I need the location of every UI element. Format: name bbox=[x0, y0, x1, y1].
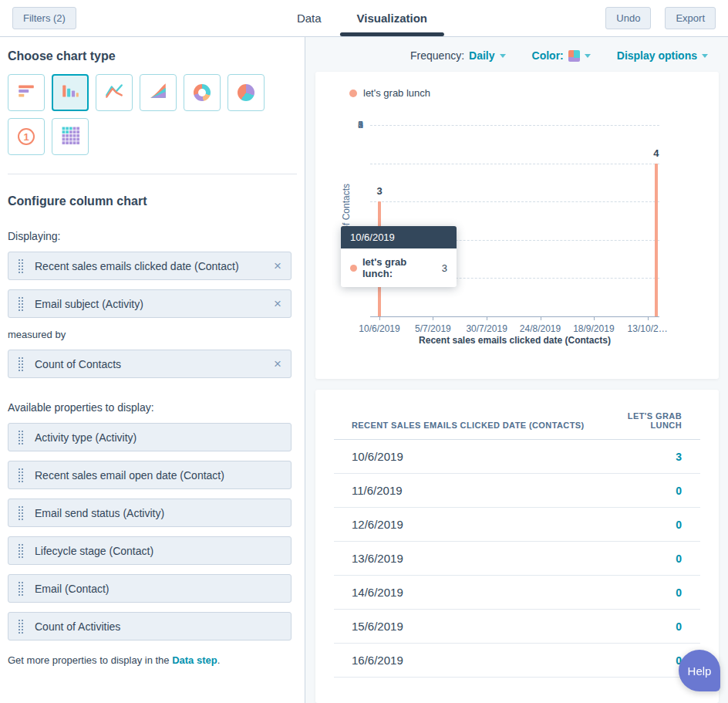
configure-chart-heading: Configure column chart bbox=[8, 194, 297, 208]
drag-handle-icon[interactable] bbox=[18, 619, 24, 634]
remove-icon[interactable]: × bbox=[274, 357, 281, 370]
value-link[interactable]: 0 bbox=[623, 508, 700, 542]
plot-area: 5 4 3 2 1 0 10/6/2019 5/7/2019 30/7/2019… bbox=[370, 125, 659, 317]
chart-type-pivot-table-button[interactable] bbox=[52, 118, 89, 155]
available-property-pill[interactable]: Recent sales email open date (Contact) bbox=[8, 461, 292, 489]
export-button[interactable]: Export bbox=[665, 7, 716, 29]
legend-label: let's grab lunch bbox=[363, 87, 430, 99]
chart-controls: Frequency: Daily Color: Display options bbox=[305, 37, 728, 72]
gridline bbox=[370, 201, 659, 202]
chart-bar[interactable]: 3 bbox=[378, 125, 381, 316]
value-link[interactable]: 0 bbox=[623, 474, 700, 508]
data-step-link[interactable]: Data step bbox=[172, 654, 217, 666]
table-row: 12/6/2019 0 bbox=[334, 508, 700, 542]
pill-label: Lifecycle stage (Contact) bbox=[35, 545, 153, 557]
filters-button[interactable]: Filters (2) bbox=[12, 7, 76, 29]
drag-handle-icon[interactable] bbox=[18, 543, 24, 558]
date-cell: 12/6/2019 bbox=[334, 508, 623, 542]
bar-rect[interactable] bbox=[655, 164, 658, 316]
remove-icon[interactable]: × bbox=[274, 259, 281, 272]
date-cell: 11/6/2019 bbox=[334, 474, 623, 508]
tab-visualization[interactable]: Visualization bbox=[357, 0, 427, 36]
display-options-dropdown[interactable]: Display options bbox=[617, 49, 708, 62]
drag-handle-icon[interactable] bbox=[18, 259, 24, 273]
chart-type-column-button[interactable] bbox=[52, 74, 89, 111]
gridline bbox=[370, 164, 659, 164]
chart-type-horizontal-bar-button[interactable] bbox=[8, 74, 45, 111]
data-table-card: RECENT SALES EMAILS CLICKED DATE (CONTAC… bbox=[315, 390, 719, 703]
available-property-pill[interactable]: Count of Activities bbox=[8, 612, 292, 640]
displaying-pill[interactable]: Recent sales emails clicked date (Contac… bbox=[8, 252, 292, 280]
chart-type-pie-button[interactable] bbox=[228, 74, 265, 111]
frequency-dropdown[interactable]: Frequency: Daily bbox=[410, 49, 506, 62]
drag-handle-icon[interactable] bbox=[18, 296, 24, 311]
value-link[interactable]: 0 bbox=[623, 576, 700, 610]
chart-tooltip: 10/6/2019 let's grab lunch: 3 bbox=[341, 226, 457, 287]
column-chart-icon bbox=[60, 81, 80, 104]
pill-label: Activity type (Activity) bbox=[35, 431, 136, 444]
available-property-pill[interactable]: Email (Contact) bbox=[8, 574, 292, 603]
chart-bar[interactable]: 4 bbox=[655, 125, 658, 316]
top-actions: Undo Export bbox=[605, 7, 716, 29]
legend-item[interactable]: let's grab lunch bbox=[349, 87, 430, 99]
undo-button[interactable]: Undo bbox=[605, 7, 651, 29]
x-tick-mark bbox=[648, 316, 649, 320]
area-chart-icon bbox=[148, 81, 168, 104]
measure-pill[interactable]: Count of Contacts × bbox=[8, 350, 292, 378]
available-property-pill[interactable]: Lifecycle stage (Contact) bbox=[8, 536, 292, 565]
date-cell: 15/6/2019 bbox=[334, 610, 623, 644]
value-link[interactable]: 0 bbox=[623, 610, 700, 644]
drag-handle-icon[interactable] bbox=[18, 505, 24, 520]
horizontal-bar-chart-icon bbox=[16, 81, 36, 104]
drag-handle-icon[interactable] bbox=[18, 430, 24, 444]
chart-type-summary-button[interactable]: 1 bbox=[8, 118, 45, 155]
displaying-pill[interactable]: Email subject (Activity) × bbox=[8, 289, 292, 318]
table-row: 11/6/2019 0 bbox=[334, 474, 700, 508]
bar-value-label: 4 bbox=[653, 147, 659, 159]
pivot-table-icon bbox=[61, 126, 80, 148]
pill-label: Recent sales email open date (Contact) bbox=[35, 469, 224, 482]
frequency-value: Daily bbox=[469, 49, 494, 62]
remove-icon[interactable]: × bbox=[274, 297, 281, 310]
legend-dot-icon bbox=[349, 90, 357, 97]
available-property-pill[interactable]: Activity type (Activity) bbox=[8, 423, 292, 451]
available-property-pill[interactable]: Email send status (Activity) bbox=[8, 499, 292, 527]
gridline bbox=[370, 125, 659, 126]
x-tick-label: 5/7/2019 bbox=[415, 323, 451, 334]
chevron-down-icon bbox=[585, 54, 591, 58]
measured-by-label: measured by bbox=[8, 329, 297, 340]
color-dropdown[interactable]: Color: bbox=[532, 49, 591, 62]
pill-label: Count of Activities bbox=[35, 620, 120, 633]
pill-label: Count of Contacts bbox=[35, 358, 121, 370]
pill-label: Email subject (Activity) bbox=[35, 298, 143, 310]
tab-data[interactable]: Data bbox=[297, 0, 322, 36]
pie-chart-icon bbox=[238, 84, 254, 101]
date-cell: 13/6/2019 bbox=[334, 542, 623, 576]
chart-card: let's grab lunch Count of Contacts 5 4 3… bbox=[315, 72, 719, 379]
results-table: RECENT SALES EMAILS CLICKED DATE (CONTAC… bbox=[334, 404, 700, 678]
x-tick-mark bbox=[379, 316, 380, 320]
drag-handle-icon[interactable] bbox=[18, 581, 24, 596]
drag-handle-icon[interactable] bbox=[18, 468, 24, 482]
displaying-label: Displaying: bbox=[8, 230, 297, 242]
summary-number-icon: 1 bbox=[18, 128, 35, 145]
chart-type-area-button[interactable] bbox=[140, 74, 177, 111]
x-tick-mark bbox=[541, 316, 541, 320]
chart-type-line-button[interactable] bbox=[96, 74, 133, 111]
column-header-date: RECENT SALES EMAILS CLICKED DATE (CONTAC… bbox=[334, 404, 623, 440]
chart-type-donut-button[interactable] bbox=[184, 74, 221, 111]
bar-value-label: 3 bbox=[376, 185, 382, 197]
value-link[interactable]: 0 bbox=[623, 542, 700, 576]
tooltip-value: 3 bbox=[442, 262, 447, 274]
drag-handle-icon[interactable] bbox=[18, 357, 24, 371]
pill-label: Recent sales emails clicked date (Contac… bbox=[35, 260, 239, 272]
chevron-down-icon bbox=[500, 54, 506, 58]
table-row: 14/6/2019 0 bbox=[334, 576, 700, 610]
x-tick-mark bbox=[487, 316, 487, 320]
x-tick-label: 30/7/2019 bbox=[466, 323, 507, 334]
chart-config-sidebar: Choose chart type bbox=[0, 37, 305, 703]
chevron-down-icon bbox=[702, 54, 708, 58]
help-button[interactable]: Help bbox=[679, 650, 720, 691]
value-link[interactable]: 3 bbox=[623, 440, 700, 474]
date-cell: 16/6/2019 bbox=[334, 644, 623, 678]
